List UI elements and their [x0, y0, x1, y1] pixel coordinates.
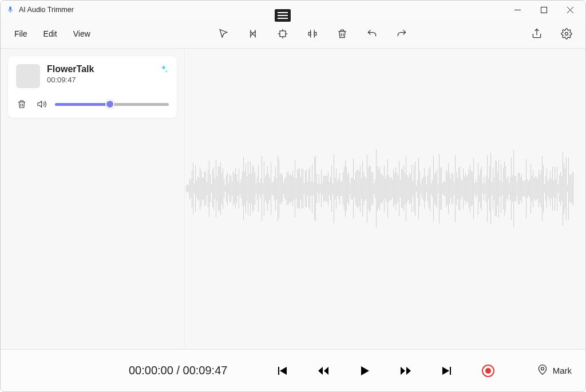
record-button[interactable]: [479, 362, 497, 380]
time-display: 00:00:00 / 00:09:47: [129, 364, 227, 377]
clip-thumbnail: [16, 64, 40, 88]
pointer-tool-button[interactable]: [213, 24, 233, 43]
svg-point-7: [541, 367, 544, 370]
menu-edit[interactable]: Edit: [35, 25, 65, 43]
clip-sidebar: FlowerTalk 00:09:47: [1, 49, 185, 349]
title-bar: AI Audio Trimmer: [1, 1, 585, 19]
volume-slider[interactable]: [55, 103, 169, 106]
svg-point-4: [565, 32, 568, 35]
fast-forward-button[interactable]: [397, 362, 415, 380]
settings-button[interactable]: [557, 24, 576, 43]
microphone-icon: [6, 6, 14, 14]
playback-bar: 00:00:00 / 00:09:47: [1, 349, 585, 391]
share-button[interactable]: [527, 24, 547, 43]
window-title: AI Audio Trimmer: [19, 6, 74, 14]
volume-icon[interactable]: [35, 98, 47, 110]
keyboard-icon: [275, 9, 291, 22]
current-time: 00:00:00: [129, 364, 173, 377]
waveform-display: [185, 137, 580, 240]
skip-end-button[interactable]: [438, 362, 456, 380]
svg-rect-3: [315, 32, 316, 35]
menu-file[interactable]: File: [6, 25, 35, 43]
svg-rect-1: [280, 31, 286, 37]
minimize-button[interactable]: [504, 1, 530, 19]
skip-start-button[interactable]: [273, 362, 291, 380]
waveform-area[interactable]: [185, 49, 585, 349]
redo-button[interactable]: [392, 24, 411, 43]
split-tool-button[interactable]: [243, 24, 263, 43]
sparkle-icon: [159, 64, 169, 77]
mark-button[interactable]: Mark: [537, 364, 572, 377]
svg-rect-2: [309, 32, 311, 35]
total-time: 00:09:47: [183, 364, 228, 377]
maximize-button[interactable]: [530, 1, 557, 19]
clip-card[interactable]: FlowerTalk 00:09:47: [7, 56, 177, 118]
clip-duration: 00:09:47: [47, 76, 94, 84]
play-button[interactable]: [355, 362, 374, 380]
delete-clip-button[interactable]: [16, 98, 27, 110]
main-area: FlowerTalk 00:09:47: [1, 49, 585, 349]
crop-tool-button[interactable]: [273, 24, 292, 43]
rewind-button[interactable]: [314, 362, 332, 380]
clip-title: FlowerTalk: [47, 64, 94, 74]
app-window: AI Audio Trimmer File Edit View: [0, 0, 586, 392]
marker-icon: [537, 364, 548, 377]
undo-button[interactable]: [362, 24, 382, 43]
close-button[interactable]: [557, 1, 583, 19]
delete-tool-button[interactable]: [332, 24, 352, 43]
svg-point-6: [485, 368, 491, 374]
silence-tool-button[interactable]: [303, 24, 322, 43]
menu-bar: File Edit View: [1, 19, 585, 49]
menu-view[interactable]: View: [65, 25, 98, 43]
svg-rect-0: [541, 7, 547, 13]
mark-label: Mark: [553, 366, 572, 375]
